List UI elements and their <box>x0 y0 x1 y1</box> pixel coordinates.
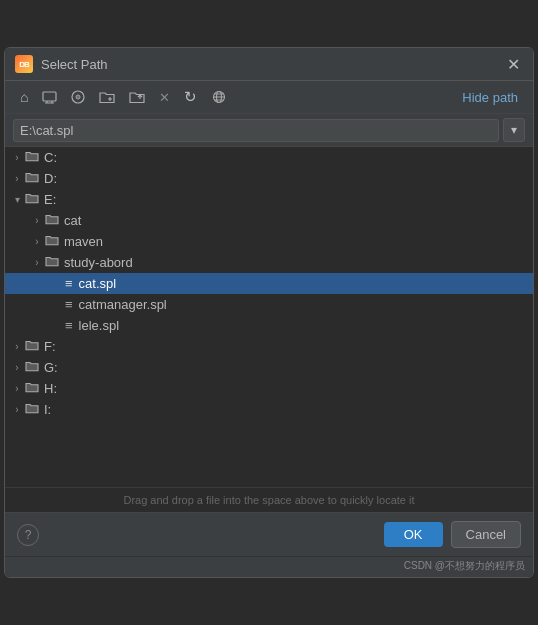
delete-icon[interactable]: ✕ <box>154 87 175 108</box>
chevron-icon[interactable]: › <box>29 215 45 226</box>
path-dropdown-button[interactable]: ▾ <box>503 118 525 142</box>
file-tree[interactable]: › C:› D:▾ E:› cat› maven› study-abord≡ca… <box>5 147 533 487</box>
tree-item-label: lele.spl <box>79 318 533 333</box>
ok-button[interactable]: OK <box>384 522 443 547</box>
file-icon: ≡ <box>65 297 73 312</box>
tree-item-c-drive[interactable]: › C: <box>5 147 533 168</box>
tree-item-g-drive[interactable]: › G: <box>5 357 533 378</box>
svg-point-6 <box>78 96 80 98</box>
chevron-icon[interactable]: › <box>29 236 45 247</box>
chevron-icon[interactable]: › <box>29 257 45 268</box>
refresh-icon[interactable]: ↻ <box>179 85 202 109</box>
path-input[interactable] <box>13 119 499 142</box>
tree-item-e-study[interactable]: › study-abord <box>5 252 533 273</box>
tree-item-label: maven <box>64 234 533 249</box>
tree-item-d-drive[interactable]: › D: <box>5 168 533 189</box>
folder-icon <box>25 339 39 354</box>
new-folder-icon[interactable] <box>94 87 120 107</box>
folder-icon <box>25 192 39 207</box>
hide-path-button[interactable]: Hide path <box>457 87 523 108</box>
tree-item-i-drive[interactable]: › I: <box>5 399 533 420</box>
tree-item-label: G: <box>44 360 533 375</box>
select-path-dialog: DB Select Path ✕ ⌂ <box>4 47 534 578</box>
file-icon: ≡ <box>65 276 73 291</box>
path-bar: ▾ <box>5 114 533 147</box>
footer: ? OK Cancel <box>5 512 533 556</box>
tree-item-e-drive[interactable]: ▾ E: <box>5 189 533 210</box>
folder-icon <box>45 234 59 249</box>
network-icon[interactable] <box>206 87 232 107</box>
folder-icon <box>25 402 39 417</box>
home-icon[interactable]: ⌂ <box>15 86 33 108</box>
chevron-icon[interactable]: › <box>9 173 25 184</box>
svg-rect-0 <box>43 92 56 101</box>
tree-item-label: cat.spl <box>79 276 533 291</box>
tree-item-label: H: <box>44 381 533 396</box>
tree-item-label: catmanager.spl <box>79 297 533 312</box>
chevron-icon[interactable]: › <box>9 383 25 394</box>
folder-icon <box>25 381 39 396</box>
tree-item-e-cat-spl[interactable]: ≡cat.spl <box>5 273 533 294</box>
folder-icon <box>45 213 59 228</box>
tree-item-label: D: <box>44 171 533 186</box>
tree-item-f-drive[interactable]: › F: <box>5 336 533 357</box>
tree-item-label: C: <box>44 150 533 165</box>
folder-icon <box>45 255 59 270</box>
tree-item-label: F: <box>44 339 533 354</box>
chevron-icon[interactable]: › <box>9 404 25 415</box>
drag-hint: Drag and drop a file into the space abov… <box>5 487 533 512</box>
folder-icon <box>25 360 39 375</box>
app-icon: DB <box>15 55 33 73</box>
dialog-title: Select Path <box>41 57 495 72</box>
cd-icon[interactable] <box>66 87 90 107</box>
tree-item-label: I: <box>44 402 533 417</box>
monitor-icon[interactable] <box>37 88 62 107</box>
chevron-icon[interactable]: › <box>9 341 25 352</box>
chevron-icon[interactable]: › <box>9 362 25 373</box>
help-button[interactable]: ? <box>17 524 39 546</box>
chevron-icon[interactable]: › <box>9 152 25 163</box>
close-button[interactable]: ✕ <box>503 54 523 74</box>
cancel-button[interactable]: Cancel <box>451 521 521 548</box>
folder-up-icon[interactable] <box>124 87 150 107</box>
tree-item-e-maven[interactable]: › maven <box>5 231 533 252</box>
watermark: CSDN @不想努力的程序员 <box>5 556 533 577</box>
chevron-icon[interactable]: ▾ <box>9 194 25 205</box>
tree-item-e-lele-spl[interactable]: ≡lele.spl <box>5 315 533 336</box>
tree-item-e-catmanager-spl[interactable]: ≡catmanager.spl <box>5 294 533 315</box>
tree-item-h-drive[interactable]: › H: <box>5 378 533 399</box>
folder-icon <box>25 150 39 165</box>
tree-item-e-cat[interactable]: › cat <box>5 210 533 231</box>
toolbar: ⌂ <box>5 81 533 114</box>
title-bar: DB Select Path ✕ <box>5 48 533 81</box>
tree-item-label: E: <box>44 192 533 207</box>
folder-icon <box>25 171 39 186</box>
tree-item-label: study-abord <box>64 255 533 270</box>
tree-item-label: cat <box>64 213 533 228</box>
file-icon: ≡ <box>65 318 73 333</box>
